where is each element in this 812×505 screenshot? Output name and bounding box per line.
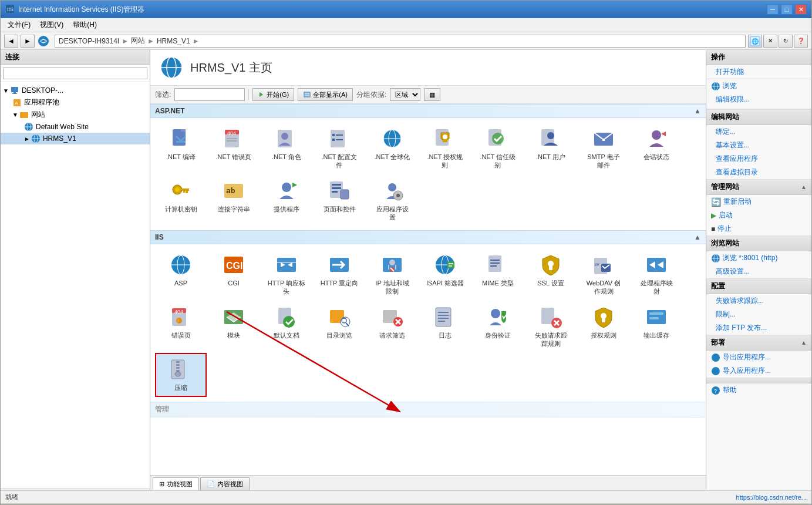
action-add-ftp[interactable]: 添加 FTP 发布... <box>706 321 811 335</box>
icon-ip-restrict[interactable]: IP 地址和域限制 <box>366 249 418 300</box>
icon-net-global[interactable]: .NET 全球化 <box>366 123 418 174</box>
app-icon: IIS <box>5 4 15 15</box>
action-view-apps[interactable]: 查看应用程序 <box>706 152 811 166</box>
icon-reqfilter-label: 请求筛选 <box>379 331 405 339</box>
icon-net-error[interactable]: 404 .NET 错误页 <box>208 123 260 174</box>
icon-session[interactable]: 会话状态 <box>631 123 682 174</box>
icon-reqfilter[interactable]: 请求筛选 <box>366 301 418 352</box>
icon-net-trust[interactable]: .NET 信任级别 <box>472 123 524 174</box>
icon-failreq[interactable]: 失败请求跟踪规则 <box>525 301 577 352</box>
icon-outputcache[interactable]: 输出缓存 <box>631 301 682 352</box>
section-aspnet-collapse[interactable]: ▲ <box>694 107 701 115</box>
tab-content-view[interactable]: 📄 内容视图 <box>200 477 250 490</box>
icon-net-auth[interactable]: .NET 授权规则 <box>419 123 471 174</box>
back-button[interactable]: ◄ <box>4 35 18 48</box>
toolbar-btn-2[interactable]: ✕ <box>763 35 777 48</box>
icon-error404[interactable]: 404 ! 错误页 <box>155 301 207 352</box>
left-panel-scrollbar[interactable] <box>1 488 150 490</box>
section-aspnet-label: ASP.NET <box>155 107 184 115</box>
icon-webdav[interactable]: W WebDAV 创作规则 <box>578 249 629 300</box>
icon-defaultdoc[interactable]: 默认文档 <box>261 301 312 352</box>
icon-connstr[interactable]: ab 连接字符串 <box>208 175 260 226</box>
action-basic-settings[interactable]: 基本设置... <box>706 139 811 152</box>
close-button[interactable]: ✕ <box>795 4 807 15</box>
start-button[interactable]: 开始(G) <box>252 88 294 101</box>
action-browse-8001[interactable]: 浏览 *:8001 (http) <box>706 251 811 265</box>
tree-item-sites[interactable]: ▼ 网站 <box>1 109 150 121</box>
action-bind[interactable]: 绑定... <box>706 125 811 139</box>
svg-text:404: 404 <box>227 130 236 136</box>
action-stop[interactable]: ■ 停止 <box>706 222 811 235</box>
toolbar-btn-3[interactable]: ↻ <box>779 35 793 48</box>
svg-rect-68 <box>332 191 338 193</box>
icon-appset[interactable]: 应用程序设置 <box>366 175 418 226</box>
toolbar-btn-4[interactable]: ❓ <box>794 35 808 48</box>
icon-auth[interactable]: 身份验证 <box>472 301 524 352</box>
icon-net-user[interactable]: .NET 用户 <box>525 123 577 174</box>
expand-sites[interactable]: ▼ <box>12 112 18 118</box>
forward-button[interactable]: ► <box>21 35 35 48</box>
icon-dirbrowse[interactable]: 目录浏览 <box>314 301 365 352</box>
icon-machinekey[interactable]: 计算机密钥 <box>155 175 207 226</box>
section-iis-collapse[interactable]: ▲ <box>694 233 701 241</box>
svg-rect-23 <box>304 92 311 97</box>
collapse-deploy[interactable]: ▲ <box>801 339 807 346</box>
icon-authrule[interactable]: 授权规则 <box>578 301 629 352</box>
expand-desktop[interactable]: ▼ <box>3 87 9 94</box>
tree-item-desktop[interactable]: ▼ DESKTOP-... <box>1 85 150 96</box>
action-help[interactable]: ? 帮助 <box>706 383 811 397</box>
action-edit-perm[interactable]: 编辑权限... <box>706 93 811 106</box>
icon-module[interactable]: 模块 <box>208 301 260 352</box>
action-start[interactable]: ▶ 启动 <box>706 208 811 222</box>
icon-compress[interactable]: 压缩 <box>155 353 207 396</box>
icon-mime[interactable]: MIME 类型 <box>472 249 524 300</box>
tree-item-hrms[interactable]: ► HRMS_V1 <box>1 133 150 144</box>
showall-button[interactable]: 全部显示(A) <box>298 88 353 101</box>
icon-logging[interactable]: 日志 <box>419 301 471 352</box>
action-restart[interactable]: 🔄 重新启动 <box>706 195 811 208</box>
group-select[interactable]: 区域 <box>390 88 420 101</box>
action-fail-trace[interactable]: 失败请求跟踪... <box>706 294 811 308</box>
icon-net-config-label: .NET 配置文件 <box>322 153 358 170</box>
action-open-feature[interactable]: 打开功能 <box>706 65 811 79</box>
connections-search[interactable] <box>3 68 147 79</box>
icon-ssl[interactable]: SSL 设置 <box>525 249 577 300</box>
maximize-button[interactable]: □ <box>781 4 793 15</box>
action-advanced-settings[interactable]: 高级设置... <box>706 265 811 278</box>
icon-provider[interactable]: 提供程序 <box>261 175 312 226</box>
menu-view[interactable]: 视图(V) <box>35 19 68 31</box>
collapse-managesite[interactable]: ▲ <box>801 184 807 190</box>
icon-cgi[interactable]: CGI CGI <box>208 249 260 300</box>
icon-handler[interactable]: 处理程序映射 <box>631 249 682 300</box>
minimize-button[interactable]: ─ <box>767 4 779 15</box>
menu-help[interactable]: 帮助(H) <box>68 19 102 31</box>
action-export-app[interactable]: 导出应用程序... <box>706 351 811 364</box>
expand-hrms[interactable]: ► <box>24 136 30 142</box>
icon-net-config[interactable]: .NET 配置文件 <box>314 123 365 174</box>
address-bar[interactable]: DESKTOP-IH9314I ► 网站 ► HRMS_V1 ► <box>55 35 746 48</box>
action-limit[interactable]: 限制... <box>706 308 811 321</box>
menu-file[interactable]: 文件(F) <box>3 19 35 31</box>
icon-pagecontrol[interactable]: 页面和控件 <box>314 175 365 226</box>
icon-http-resp[interactable]: HTTP 响应标头 <box>261 249 312 300</box>
action-import-app[interactable]: 导入应用程序... <box>706 364 811 378</box>
svg-rect-79 <box>277 258 296 272</box>
icon-net-compile-label: .NET 编译 <box>166 153 196 161</box>
tree-item-apppool[interactable]: A 应用程序池 <box>1 96 150 109</box>
toolbar-btn-1[interactable]: 🌐 <box>748 35 762 48</box>
icon-asp[interactable]: ASP <box>155 249 207 300</box>
icon-http-redirect[interactable]: HTTP 重定向 <box>314 249 365 300</box>
svg-point-35 <box>281 133 288 140</box>
svg-rect-40 <box>336 139 343 140</box>
filter-input[interactable] <box>174 88 245 101</box>
action-browse-icon[interactable]: 浏览 <box>706 79 811 93</box>
icon-smtp[interactable]: SMTP 电子邮件 <box>578 123 629 174</box>
icon-net-role[interactable]: .NET 角色 <box>261 123 312 174</box>
icon-net-compile[interactable]: .NET 编译 <box>155 123 207 174</box>
menubar: 文件(F) 视图(V) 帮助(H) <box>1 18 811 32</box>
action-view-vdirs[interactable]: 查看虚拟目录 <box>706 166 811 179</box>
view-toggle-button[interactable]: ▦ <box>424 88 440 101</box>
icon-isapi[interactable]: ISAPI 筛选器 <box>419 249 471 300</box>
tab-feature-view[interactable]: ⊞ 功能视图 <box>153 477 199 490</box>
tree-item-defaultsite[interactable]: Default Web Site <box>1 121 150 133</box>
